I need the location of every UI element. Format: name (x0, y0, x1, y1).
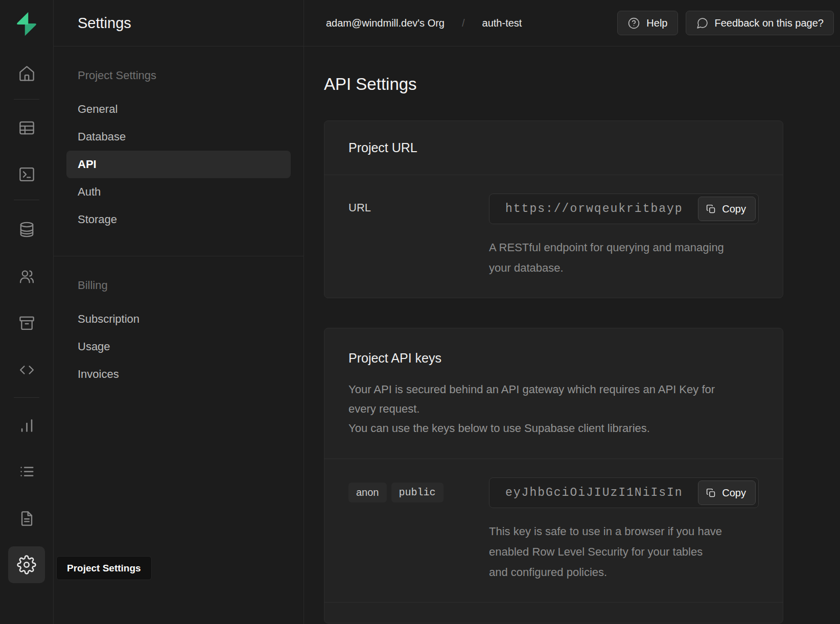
breadcrumb-separator: / (462, 17, 465, 29)
tooltip-label: Project Settings (67, 563, 141, 574)
copy-key-button[interactable]: Copy (698, 481, 756, 505)
section-label-project-settings: Project Settings (54, 69, 304, 82)
section-label-billing: Billing (54, 279, 304, 292)
logs-icon[interactable] (14, 459, 39, 484)
api-keys-description-1: Your API is secured behind an API gatewa… (348, 380, 716, 419)
sidebar-item-auth[interactable]: Auth (66, 178, 291, 206)
sidebar-title: Settings (54, 0, 304, 46)
sidebar-section-divider (54, 256, 304, 256)
project-settings-button[interactable] (8, 546, 45, 583)
breadcrumb-project[interactable]: auth-test (482, 17, 522, 29)
breadcrumb-org[interactable]: adam@windmill.dev's Org (326, 17, 445, 29)
api-keys-card: Project API keys Your API is secured beh… (324, 328, 783, 623)
help-button[interactable]: Help (617, 11, 678, 35)
topbar-actions: Help Feedback on this page? (617, 11, 834, 35)
public-badge: public (391, 483, 444, 502)
settings-sidebar: Settings Project Settings General Databa… (54, 0, 304, 624)
sidebar-item-database[interactable]: Database (66, 123, 291, 151)
project-settings-tooltip: Project Settings (56, 556, 152, 580)
storage-icon[interactable] (14, 310, 39, 335)
database-icon[interactable] (14, 217, 39, 242)
page-content: API Settings Project URL URL https://orw… (304, 46, 840, 623)
sidebar-item-invoices[interactable]: Invoices (66, 361, 291, 388)
project-url-card: Project URL URL https://orwqeukritbayp (324, 121, 783, 298)
supabase-logo[interactable] (13, 11, 40, 37)
rail-divider (14, 200, 39, 200)
url-description: A RESTful endpoint for querying and mana… (489, 237, 724, 278)
project-url-card-title: Project URL (324, 121, 783, 175)
copy-url-button[interactable]: Copy (698, 197, 756, 221)
sidebar-item-usage[interactable]: Usage (66, 333, 291, 361)
table-editor-icon[interactable] (14, 115, 39, 140)
sidebar-item-api[interactable]: API (66, 151, 291, 178)
next-key-row-stub (324, 603, 783, 623)
feedback-button[interactable]: Feedback on this page? (686, 11, 834, 35)
help-circle-icon (627, 17, 640, 30)
copy-icon (706, 488, 716, 498)
anon-key-description: This key is safe to use in a browser if … (489, 521, 724, 583)
docs-icon[interactable] (14, 506, 39, 531)
copy-url-button-label: Copy (722, 203, 746, 215)
sql-editor-icon[interactable] (14, 162, 39, 186)
project-url-card-body: URL https://orwqeukritbayp (324, 175, 783, 298)
url-field-label: URL (348, 194, 489, 278)
api-keys-card-header: Project API keys Your API is secured beh… (324, 328, 783, 459)
rail-divider (14, 397, 39, 398)
page-title: API Settings (324, 75, 840, 94)
main-area: adam@windmill.dev's Org / auth-test Help (304, 0, 840, 624)
app-root: Settings Project Settings General Databa… (0, 0, 840, 624)
speech-bubble-icon (696, 17, 709, 30)
reports-icon[interactable] (14, 413, 39, 438)
copy-icon (706, 204, 716, 214)
key-badges: anon public (348, 477, 489, 583)
feedback-button-label: Feedback on this page? (715, 17, 824, 29)
auth-users-icon[interactable] (14, 264, 39, 289)
home-icon[interactable] (14, 61, 39, 85)
anon-badge: anon (348, 483, 387, 502)
copy-key-button-label: Copy (722, 487, 746, 499)
icon-rail (0, 0, 54, 624)
api-keys-card-title: Project API keys (348, 351, 759, 366)
url-field-col: https://orwqeukritbayp Copy (489, 194, 759, 278)
sidebar-item-subscription[interactable]: Subscription (66, 305, 291, 333)
anon-key-row: anon public eyJhbGciOiJIUzI1NiIsIn (324, 459, 783, 602)
top-bar: adam@windmill.dev's Org / auth-test Help (304, 0, 840, 46)
settings-gear-icon (17, 555, 36, 574)
help-button-label: Help (646, 17, 667, 29)
project-url-input-group: https://orwqeukritbayp Copy (489, 194, 759, 224)
anon-key-input-group: eyJhbGciOiJIUzI1NiIsIn Copy (489, 477, 759, 508)
api-keys-description-2: You can use the keys below to use Supaba… (348, 419, 716, 438)
sidebar-item-general[interactable]: General (66, 95, 291, 123)
sidebar-item-storage[interactable]: Storage (66, 206, 291, 233)
edge-functions-icon[interactable] (14, 357, 39, 382)
anon-key-field-col: eyJhbGciOiJIUzI1NiIsIn Copy (489, 477, 759, 583)
rail-divider (14, 99, 39, 100)
breadcrumb: adam@windmill.dev's Org / auth-test (326, 17, 522, 29)
